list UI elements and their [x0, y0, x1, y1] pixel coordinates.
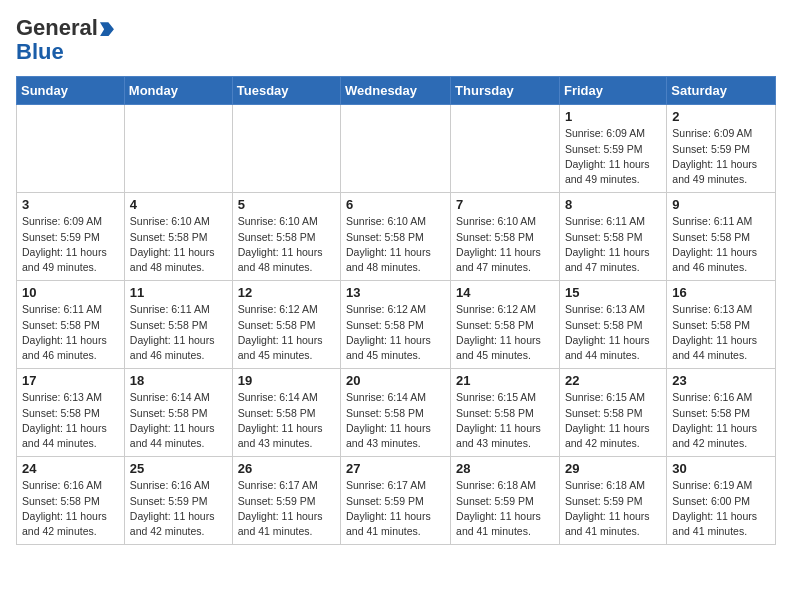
- calendar-cell: 1Sunrise: 6:09 AM Sunset: 5:59 PM Daylig…: [559, 105, 666, 193]
- calendar-cell: 9Sunrise: 6:11 AM Sunset: 5:58 PM Daylig…: [667, 193, 776, 281]
- day-info: Sunrise: 6:15 AM Sunset: 5:58 PM Dayligh…: [456, 390, 554, 451]
- day-number: 19: [238, 373, 335, 388]
- calendar-cell: 17Sunrise: 6:13 AM Sunset: 5:58 PM Dayli…: [17, 369, 125, 457]
- day-info: Sunrise: 6:09 AM Sunset: 5:59 PM Dayligh…: [672, 126, 770, 187]
- day-number: 28: [456, 461, 554, 476]
- day-info: Sunrise: 6:19 AM Sunset: 6:00 PM Dayligh…: [672, 478, 770, 539]
- day-number: 7: [456, 197, 554, 212]
- calendar-cell: 8Sunrise: 6:11 AM Sunset: 5:58 PM Daylig…: [559, 193, 666, 281]
- day-info: Sunrise: 6:17 AM Sunset: 5:59 PM Dayligh…: [238, 478, 335, 539]
- calendar-table: SundayMondayTuesdayWednesdayThursdayFrid…: [16, 76, 776, 545]
- day-info: Sunrise: 6:14 AM Sunset: 5:58 PM Dayligh…: [238, 390, 335, 451]
- day-number: 2: [672, 109, 770, 124]
- day-number: 27: [346, 461, 445, 476]
- calendar-week-row-3: 10Sunrise: 6:11 AM Sunset: 5:58 PM Dayli…: [17, 281, 776, 369]
- day-number: 22: [565, 373, 661, 388]
- calendar-cell: 25Sunrise: 6:16 AM Sunset: 5:59 PM Dayli…: [124, 457, 232, 545]
- day-number: 18: [130, 373, 227, 388]
- day-number: 9: [672, 197, 770, 212]
- day-info: Sunrise: 6:15 AM Sunset: 5:58 PM Dayligh…: [565, 390, 661, 451]
- calendar-weekday-thursday: Thursday: [451, 77, 560, 105]
- day-info: Sunrise: 6:11 AM Sunset: 5:58 PM Dayligh…: [22, 302, 119, 363]
- day-info: Sunrise: 6:14 AM Sunset: 5:58 PM Dayligh…: [346, 390, 445, 451]
- calendar-weekday-monday: Monday: [124, 77, 232, 105]
- day-info: Sunrise: 6:12 AM Sunset: 5:58 PM Dayligh…: [456, 302, 554, 363]
- day-number: 21: [456, 373, 554, 388]
- calendar-cell: 4Sunrise: 6:10 AM Sunset: 5:58 PM Daylig…: [124, 193, 232, 281]
- calendar-cell: 27Sunrise: 6:17 AM Sunset: 5:59 PM Dayli…: [341, 457, 451, 545]
- day-info: Sunrise: 6:13 AM Sunset: 5:58 PM Dayligh…: [672, 302, 770, 363]
- day-info: Sunrise: 6:17 AM Sunset: 5:59 PM Dayligh…: [346, 478, 445, 539]
- calendar-cell: 3Sunrise: 6:09 AM Sunset: 5:59 PM Daylig…: [17, 193, 125, 281]
- calendar-cell: 10Sunrise: 6:11 AM Sunset: 5:58 PM Dayli…: [17, 281, 125, 369]
- day-number: 12: [238, 285, 335, 300]
- day-number: 10: [22, 285, 119, 300]
- calendar-weekday-friday: Friday: [559, 77, 666, 105]
- day-info: Sunrise: 6:09 AM Sunset: 5:59 PM Dayligh…: [565, 126, 661, 187]
- day-info: Sunrise: 6:11 AM Sunset: 5:58 PM Dayligh…: [565, 214, 661, 275]
- day-info: Sunrise: 6:18 AM Sunset: 5:59 PM Dayligh…: [565, 478, 661, 539]
- calendar-cell: 29Sunrise: 6:18 AM Sunset: 5:59 PM Dayli…: [559, 457, 666, 545]
- logo: General Blue: [16, 16, 114, 64]
- calendar-cell: 7Sunrise: 6:10 AM Sunset: 5:58 PM Daylig…: [451, 193, 560, 281]
- day-number: 23: [672, 373, 770, 388]
- day-number: 14: [456, 285, 554, 300]
- day-number: 26: [238, 461, 335, 476]
- day-number: 5: [238, 197, 335, 212]
- calendar-cell: 19Sunrise: 6:14 AM Sunset: 5:58 PM Dayli…: [232, 369, 340, 457]
- day-number: 1: [565, 109, 661, 124]
- calendar-cell: [124, 105, 232, 193]
- calendar-cell: [341, 105, 451, 193]
- day-number: 17: [22, 373, 119, 388]
- day-number: 24: [22, 461, 119, 476]
- calendar-cell: [451, 105, 560, 193]
- day-number: 4: [130, 197, 227, 212]
- calendar-cell: 5Sunrise: 6:10 AM Sunset: 5:58 PM Daylig…: [232, 193, 340, 281]
- logo-icon: [100, 22, 114, 36]
- calendar-cell: 30Sunrise: 6:19 AM Sunset: 6:00 PM Dayli…: [667, 457, 776, 545]
- calendar-cell: 16Sunrise: 6:13 AM Sunset: 5:58 PM Dayli…: [667, 281, 776, 369]
- calendar-weekday-saturday: Saturday: [667, 77, 776, 105]
- calendar-cell: [17, 105, 125, 193]
- calendar-cell: 20Sunrise: 6:14 AM Sunset: 5:58 PM Dayli…: [341, 369, 451, 457]
- day-info: Sunrise: 6:09 AM Sunset: 5:59 PM Dayligh…: [22, 214, 119, 275]
- day-number: 20: [346, 373, 445, 388]
- day-info: Sunrise: 6:13 AM Sunset: 5:58 PM Dayligh…: [565, 302, 661, 363]
- calendar-cell: 21Sunrise: 6:15 AM Sunset: 5:58 PM Dayli…: [451, 369, 560, 457]
- day-info: Sunrise: 6:10 AM Sunset: 5:58 PM Dayligh…: [346, 214, 445, 275]
- day-info: Sunrise: 6:13 AM Sunset: 5:58 PM Dayligh…: [22, 390, 119, 451]
- calendar-cell: [232, 105, 340, 193]
- calendar-cell: 14Sunrise: 6:12 AM Sunset: 5:58 PM Dayli…: [451, 281, 560, 369]
- day-info: Sunrise: 6:11 AM Sunset: 5:58 PM Dayligh…: [130, 302, 227, 363]
- day-info: Sunrise: 6:11 AM Sunset: 5:58 PM Dayligh…: [672, 214, 770, 275]
- day-number: 15: [565, 285, 661, 300]
- calendar-week-row-2: 3Sunrise: 6:09 AM Sunset: 5:59 PM Daylig…: [17, 193, 776, 281]
- calendar-weekday-wednesday: Wednesday: [341, 77, 451, 105]
- calendar-cell: 13Sunrise: 6:12 AM Sunset: 5:58 PM Dayli…: [341, 281, 451, 369]
- calendar-weekday-sunday: Sunday: [17, 77, 125, 105]
- calendar-cell: 24Sunrise: 6:16 AM Sunset: 5:58 PM Dayli…: [17, 457, 125, 545]
- day-number: 13: [346, 285, 445, 300]
- day-number: 16: [672, 285, 770, 300]
- calendar-cell: 22Sunrise: 6:15 AM Sunset: 5:58 PM Dayli…: [559, 369, 666, 457]
- day-number: 8: [565, 197, 661, 212]
- day-info: Sunrise: 6:10 AM Sunset: 5:58 PM Dayligh…: [456, 214, 554, 275]
- page: General Blue SundayMondayTuesdayWednesda…: [0, 0, 792, 561]
- day-info: Sunrise: 6:12 AM Sunset: 5:58 PM Dayligh…: [346, 302, 445, 363]
- calendar-cell: 11Sunrise: 6:11 AM Sunset: 5:58 PM Dayli…: [124, 281, 232, 369]
- calendar-cell: 6Sunrise: 6:10 AM Sunset: 5:58 PM Daylig…: [341, 193, 451, 281]
- day-number: 25: [130, 461, 227, 476]
- day-info: Sunrise: 6:16 AM Sunset: 5:59 PM Dayligh…: [130, 478, 227, 539]
- calendar-cell: 2Sunrise: 6:09 AM Sunset: 5:59 PM Daylig…: [667, 105, 776, 193]
- day-info: Sunrise: 6:10 AM Sunset: 5:58 PM Dayligh…: [238, 214, 335, 275]
- calendar-weekday-tuesday: Tuesday: [232, 77, 340, 105]
- day-info: Sunrise: 6:14 AM Sunset: 5:58 PM Dayligh…: [130, 390, 227, 451]
- calendar-cell: 12Sunrise: 6:12 AM Sunset: 5:58 PM Dayli…: [232, 281, 340, 369]
- calendar-week-row-5: 24Sunrise: 6:16 AM Sunset: 5:58 PM Dayli…: [17, 457, 776, 545]
- day-number: 6: [346, 197, 445, 212]
- header: General Blue: [16, 16, 776, 64]
- calendar-cell: 26Sunrise: 6:17 AM Sunset: 5:59 PM Dayli…: [232, 457, 340, 545]
- calendar-cell: 15Sunrise: 6:13 AM Sunset: 5:58 PM Dayli…: [559, 281, 666, 369]
- day-info: Sunrise: 6:18 AM Sunset: 5:59 PM Dayligh…: [456, 478, 554, 539]
- day-number: 30: [672, 461, 770, 476]
